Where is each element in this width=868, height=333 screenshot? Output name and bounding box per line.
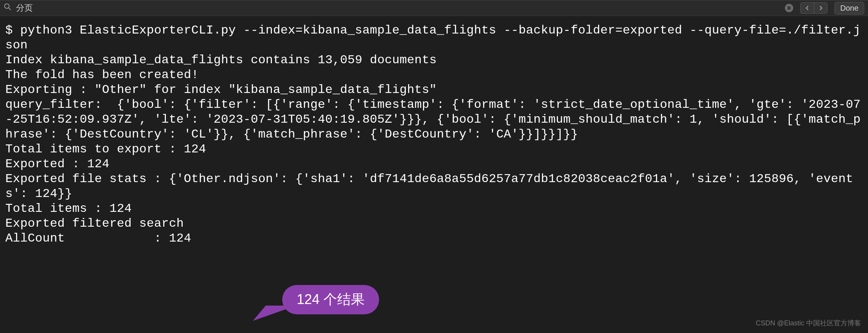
done-button[interactable]: Done (834, 2, 864, 14)
svg-point-0 (5, 4, 9, 8)
clear-search-button[interactable] (785, 4, 793, 12)
terminal-output[interactable]: $ python3 ElasticExporterCLI.py --index=… (0, 16, 868, 253)
nav-buttons (800, 2, 828, 14)
search-bar: Done (0, 0, 868, 16)
callout-annotation: 124 个结果 (282, 285, 379, 314)
search-input[interactable] (16, 3, 782, 13)
svg-line-1 (9, 8, 11, 10)
watermark: CSDN @Elastic 中国社区官方博客 (756, 319, 861, 328)
prev-button[interactable] (800, 2, 814, 14)
next-button[interactable] (814, 2, 828, 14)
search-icon (4, 3, 11, 13)
